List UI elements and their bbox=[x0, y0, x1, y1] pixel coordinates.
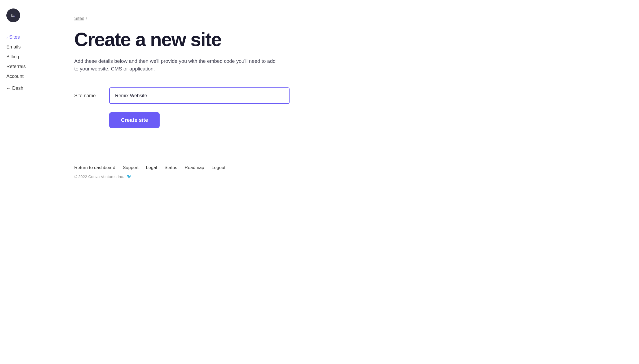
footer-link-roadmap[interactable]: Roadmap bbox=[185, 165, 204, 170]
footer-link-legal[interactable]: Legal bbox=[146, 165, 157, 170]
sidebar-item-label: Billing bbox=[6, 54, 19, 60]
site-name-row: Site name bbox=[74, 87, 329, 104]
arrow-left-icon: ← bbox=[6, 86, 11, 91]
footer-link-support[interactable]: Support bbox=[123, 165, 139, 170]
sidebar: fa/ › Sites Emails Billing Referrals Acc… bbox=[0, 0, 58, 364]
sidebar-item-billing[interactable]: Billing bbox=[6, 52, 52, 61]
create-site-form: Site name Create site bbox=[74, 87, 329, 128]
sidebar-item-referrals[interactable]: Referrals bbox=[6, 62, 52, 71]
logo-text: fa/ bbox=[11, 13, 15, 18]
footer: Return to dashboard Support Legal Status… bbox=[74, 160, 329, 179]
page-description: Add these details below and then we'll p… bbox=[74, 57, 281, 73]
twitter-icon[interactable]: 🐦 bbox=[127, 174, 132, 179]
site-name-label: Site name bbox=[74, 93, 101, 99]
page-title: Create a new site bbox=[74, 30, 329, 50]
breadcrumb-parent-link[interactable]: Sites bbox=[74, 16, 84, 21]
sidebar-item-label: Account bbox=[6, 74, 24, 79]
footer-link-status[interactable]: Status bbox=[164, 165, 177, 170]
create-site-button[interactable]: Create site bbox=[109, 112, 160, 128]
site-name-input[interactable] bbox=[109, 87, 290, 104]
sidebar-item-dash[interactable]: ← Dash bbox=[6, 84, 52, 93]
sidebar-nav: › Sites Emails Billing Referrals Account… bbox=[6, 33, 52, 93]
copyright-text: © 2022 Conva Ventures Inc. bbox=[74, 174, 124, 179]
sidebar-item-label: Sites bbox=[9, 34, 20, 40]
breadcrumb-separator: / bbox=[86, 16, 87, 21]
sidebar-item-emails[interactable]: Emails bbox=[6, 43, 52, 51]
footer-link-dashboard[interactable]: Return to dashboard bbox=[74, 165, 115, 170]
footer-links: Return to dashboard Support Legal Status… bbox=[74, 165, 329, 170]
logo[interactable]: fa/ bbox=[6, 8, 20, 22]
main-content: Sites / Create a new site Add these deta… bbox=[58, 0, 350, 364]
sidebar-item-sites[interactable]: › Sites bbox=[6, 33, 52, 42]
sidebar-item-label: Emails bbox=[6, 44, 21, 50]
chevron-right-icon: › bbox=[6, 35, 8, 39]
sidebar-item-account[interactable]: Account bbox=[6, 72, 52, 81]
sidebar-item-label: Referrals bbox=[6, 64, 26, 69]
breadcrumb: Sites / bbox=[74, 16, 329, 21]
footer-copyright: © 2022 Conva Ventures Inc. 🐦 bbox=[74, 174, 329, 179]
footer-link-logout[interactable]: Logout bbox=[212, 165, 225, 170]
sidebar-item-label: Dash bbox=[12, 86, 23, 91]
